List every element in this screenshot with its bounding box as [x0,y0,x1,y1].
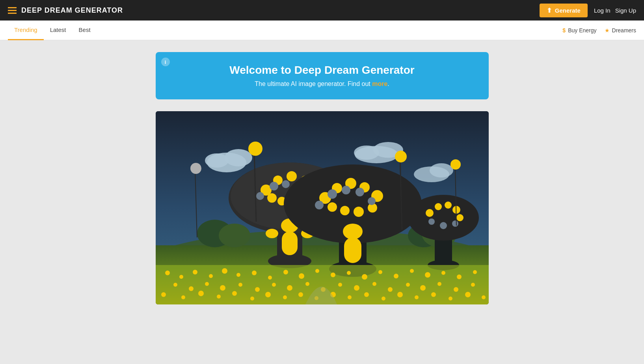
svg-point-128 [364,292,369,297]
svg-point-58 [408,195,479,241]
svg-point-14 [430,163,453,177]
tab-latest[interactable]: Latest [44,21,73,40]
top-navigation: DEEP DREAM GENERATOR ⬆ Generate Log In S… [0,0,644,21]
info-icon: i [161,58,170,66]
svg-point-30 [282,180,290,188]
svg-point-107 [338,283,342,287]
svg-point-52 [356,188,364,196]
svg-point-116 [161,292,166,297]
svg-point-21 [287,171,297,181]
svg-point-82 [252,271,257,275]
svg-point-94 [441,271,445,275]
svg-point-101 [238,283,242,287]
svg-point-4 [219,224,250,247]
svg-point-111 [406,283,410,287]
nav-tabs: Trending Latest Best [8,21,97,40]
svg-point-50 [328,189,337,199]
svg-point-105 [305,282,309,286]
svg-point-119 [217,295,221,299]
svg-point-64 [452,220,458,227]
svg-point-95 [457,274,462,279]
svg-point-98 [189,286,194,291]
svg-point-63 [456,214,463,221]
login-link[interactable]: Log In [594,7,610,14]
svg-point-77 [179,275,183,279]
signup-link[interactable]: Sign Up [615,7,636,14]
svg-point-124 [298,292,303,297]
svg-point-129 [382,297,385,301]
svg-point-120 [232,291,237,296]
svg-point-87 [331,273,335,277]
svg-point-99 [205,282,209,286]
svg-point-74 [450,159,461,170]
svg-rect-33 [282,231,298,255]
svg-point-112 [420,285,426,291]
svg-point-61 [445,202,452,209]
svg-point-93 [425,272,430,278]
nav-right: ⬆ Generate Log In Sign Up [540,4,636,17]
svg-point-78 [193,270,197,274]
svg-point-86 [315,269,319,273]
svg-point-135 [482,295,486,299]
svg-point-80 [222,268,227,274]
svg-point-28 [256,192,264,200]
svg-point-49 [315,201,324,209]
main-content: i Welcome to Deep Dream Generator The ul… [0,40,644,316]
svg-point-110 [388,287,393,292]
more-link[interactable]: more [372,80,387,87]
svg-point-55 [343,224,363,239]
svg-point-118 [198,291,204,296]
dollar-icon: $ [562,27,566,34]
svg-point-103 [272,283,276,287]
svg-point-9 [205,153,229,168]
svg-point-85 [299,273,304,279]
auth-links: Log In Sign Up [594,7,636,14]
svg-point-90 [378,270,382,274]
svg-point-27 [267,193,277,203]
svg-point-81 [236,273,240,277]
welcome-title: Welcome to Deep Dream Generator [171,64,473,77]
svg-point-59 [426,209,434,217]
svg-point-91 [394,274,398,278]
site-title: DEEP DREAM GENERATOR [21,6,123,15]
svg-point-83 [268,276,272,280]
buy-energy-link[interactable]: $ Buy Energy [562,27,596,34]
svg-point-102 [255,287,260,292]
svg-point-88 [347,271,351,275]
svg-point-29 [270,182,278,190]
svg-point-113 [437,282,441,286]
svg-point-76 [165,271,170,275]
svg-point-114 [454,287,458,292]
svg-point-104 [287,285,292,291]
svg-point-127 [348,295,352,299]
svg-point-46 [354,207,364,217]
hamburger-menu[interactable] [8,7,17,14]
svg-point-109 [372,282,376,286]
svg-point-48 [328,202,337,212]
svg-point-35 [266,229,278,238]
svg-point-117 [181,295,185,299]
svg-point-89 [362,274,367,280]
svg-point-133 [449,297,452,301]
star-icon: ★ [605,27,610,34]
svg-point-60 [435,203,442,210]
svg-point-122 [265,292,271,297]
svg-point-72 [190,163,201,174]
welcome-subtitle: The ultimate AI image generator. Find ou… [171,80,473,88]
svg-point-96 [473,270,477,274]
generate-button[interactable]: ⬆ Generate [540,4,588,17]
svg-rect-54 [344,237,361,263]
svg-point-108 [354,285,359,291]
svg-point-65 [440,222,447,229]
nav-left: DEEP DREAM GENERATOR [8,6,123,15]
svg-point-92 [410,269,414,273]
svg-point-121 [250,297,254,301]
secondary-navigation: Trending Latest Best $ Buy Energy ★ Drea… [0,21,644,40]
tab-trending[interactable]: Trending [8,21,44,40]
svg-point-123 [283,295,287,299]
tab-best[interactable]: Best [73,21,97,40]
dreamers-link[interactable]: ★ Dreamers [605,27,636,34]
cloud-upload-icon: ⬆ [547,7,552,14]
welcome-banner: i Welcome to Deep Dream Generator The ul… [156,52,489,99]
svg-point-132 [431,292,436,297]
